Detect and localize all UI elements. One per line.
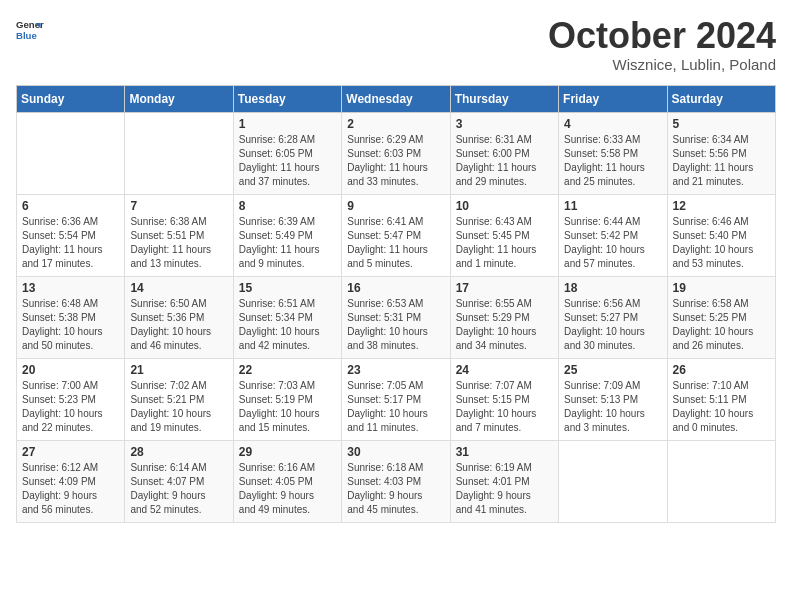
- svg-text:Blue: Blue: [16, 30, 37, 41]
- day-number: 3: [456, 117, 553, 131]
- calendar-day-cell: 4Sunrise: 6:33 AM Sunset: 5:58 PM Daylig…: [559, 112, 667, 194]
- day-detail: Sunrise: 7:02 AM Sunset: 5:21 PM Dayligh…: [130, 379, 227, 435]
- calendar-day-cell: 29Sunrise: 6:16 AM Sunset: 4:05 PM Dayli…: [233, 440, 341, 522]
- day-detail: Sunrise: 6:19 AM Sunset: 4:01 PM Dayligh…: [456, 461, 553, 517]
- day-detail: Sunrise: 6:46 AM Sunset: 5:40 PM Dayligh…: [673, 215, 770, 271]
- calendar-day-header: Friday: [559, 85, 667, 112]
- calendar-table: SundayMondayTuesdayWednesdayThursdayFrid…: [16, 85, 776, 523]
- calendar-week-row: 20Sunrise: 7:00 AM Sunset: 5:23 PM Dayli…: [17, 358, 776, 440]
- calendar-day-header: Tuesday: [233, 85, 341, 112]
- day-number: 18: [564, 281, 661, 295]
- calendar-day-header: Saturday: [667, 85, 775, 112]
- day-number: 7: [130, 199, 227, 213]
- logo: General Blue: [16, 16, 44, 44]
- day-detail: Sunrise: 6:33 AM Sunset: 5:58 PM Dayligh…: [564, 133, 661, 189]
- calendar-day-cell: [125, 112, 233, 194]
- calendar-day-cell: [667, 440, 775, 522]
- day-detail: Sunrise: 6:29 AM Sunset: 6:03 PM Dayligh…: [347, 133, 444, 189]
- day-detail: Sunrise: 6:31 AM Sunset: 6:00 PM Dayligh…: [456, 133, 553, 189]
- calendar-day-cell: 16Sunrise: 6:53 AM Sunset: 5:31 PM Dayli…: [342, 276, 450, 358]
- calendar-body: 1Sunrise: 6:28 AM Sunset: 6:05 PM Daylig…: [17, 112, 776, 522]
- calendar-day-cell: 12Sunrise: 6:46 AM Sunset: 5:40 PM Dayli…: [667, 194, 775, 276]
- day-detail: Sunrise: 6:50 AM Sunset: 5:36 PM Dayligh…: [130, 297, 227, 353]
- day-number: 6: [22, 199, 119, 213]
- calendar-day-header: Monday: [125, 85, 233, 112]
- day-number: 2: [347, 117, 444, 131]
- day-detail: Sunrise: 7:09 AM Sunset: 5:13 PM Dayligh…: [564, 379, 661, 435]
- day-detail: Sunrise: 6:41 AM Sunset: 5:47 PM Dayligh…: [347, 215, 444, 271]
- day-number: 28: [130, 445, 227, 459]
- calendar-day-cell: [559, 440, 667, 522]
- day-detail: Sunrise: 6:48 AM Sunset: 5:38 PM Dayligh…: [22, 297, 119, 353]
- calendar-day-cell: 3Sunrise: 6:31 AM Sunset: 6:00 PM Daylig…: [450, 112, 558, 194]
- day-detail: Sunrise: 7:00 AM Sunset: 5:23 PM Dayligh…: [22, 379, 119, 435]
- day-number: 5: [673, 117, 770, 131]
- month-title: October 2024: [548, 16, 776, 56]
- calendar-day-cell: 1Sunrise: 6:28 AM Sunset: 6:05 PM Daylig…: [233, 112, 341, 194]
- day-number: 27: [22, 445, 119, 459]
- day-detail: Sunrise: 6:39 AM Sunset: 5:49 PM Dayligh…: [239, 215, 336, 271]
- day-detail: Sunrise: 6:18 AM Sunset: 4:03 PM Dayligh…: [347, 461, 444, 517]
- calendar-day-cell: 7Sunrise: 6:38 AM Sunset: 5:51 PM Daylig…: [125, 194, 233, 276]
- day-number: 13: [22, 281, 119, 295]
- calendar-day-cell: 28Sunrise: 6:14 AM Sunset: 4:07 PM Dayli…: [125, 440, 233, 522]
- day-number: 12: [673, 199, 770, 213]
- day-detail: Sunrise: 6:56 AM Sunset: 5:27 PM Dayligh…: [564, 297, 661, 353]
- calendar-week-row: 27Sunrise: 6:12 AM Sunset: 4:09 PM Dayli…: [17, 440, 776, 522]
- day-number: 23: [347, 363, 444, 377]
- title-block: October 2024 Wisznice, Lublin, Poland: [548, 16, 776, 73]
- day-number: 9: [347, 199, 444, 213]
- calendar-day-cell: 25Sunrise: 7:09 AM Sunset: 5:13 PM Dayli…: [559, 358, 667, 440]
- day-number: 1: [239, 117, 336, 131]
- calendar-day-cell: 19Sunrise: 6:58 AM Sunset: 5:25 PM Dayli…: [667, 276, 775, 358]
- day-detail: Sunrise: 7:10 AM Sunset: 5:11 PM Dayligh…: [673, 379, 770, 435]
- day-detail: Sunrise: 6:34 AM Sunset: 5:56 PM Dayligh…: [673, 133, 770, 189]
- day-detail: Sunrise: 6:55 AM Sunset: 5:29 PM Dayligh…: [456, 297, 553, 353]
- day-detail: Sunrise: 6:14 AM Sunset: 4:07 PM Dayligh…: [130, 461, 227, 517]
- calendar-day-cell: 8Sunrise: 6:39 AM Sunset: 5:49 PM Daylig…: [233, 194, 341, 276]
- calendar-day-cell: 22Sunrise: 7:03 AM Sunset: 5:19 PM Dayli…: [233, 358, 341, 440]
- day-detail: Sunrise: 6:12 AM Sunset: 4:09 PM Dayligh…: [22, 461, 119, 517]
- day-number: 16: [347, 281, 444, 295]
- day-number: 29: [239, 445, 336, 459]
- calendar-day-cell: 30Sunrise: 6:18 AM Sunset: 4:03 PM Dayli…: [342, 440, 450, 522]
- calendar-week-row: 1Sunrise: 6:28 AM Sunset: 6:05 PM Daylig…: [17, 112, 776, 194]
- day-number: 31: [456, 445, 553, 459]
- day-number: 4: [564, 117, 661, 131]
- calendar-day-cell: [17, 112, 125, 194]
- calendar-day-cell: 11Sunrise: 6:44 AM Sunset: 5:42 PM Dayli…: [559, 194, 667, 276]
- day-number: 15: [239, 281, 336, 295]
- day-number: 10: [456, 199, 553, 213]
- day-detail: Sunrise: 6:51 AM Sunset: 5:34 PM Dayligh…: [239, 297, 336, 353]
- calendar-day-cell: 6Sunrise: 6:36 AM Sunset: 5:54 PM Daylig…: [17, 194, 125, 276]
- day-detail: Sunrise: 6:16 AM Sunset: 4:05 PM Dayligh…: [239, 461, 336, 517]
- day-detail: Sunrise: 6:53 AM Sunset: 5:31 PM Dayligh…: [347, 297, 444, 353]
- calendar-day-cell: 20Sunrise: 7:00 AM Sunset: 5:23 PM Dayli…: [17, 358, 125, 440]
- day-detail: Sunrise: 7:07 AM Sunset: 5:15 PM Dayligh…: [456, 379, 553, 435]
- day-number: 8: [239, 199, 336, 213]
- day-number: 24: [456, 363, 553, 377]
- calendar-day-cell: 2Sunrise: 6:29 AM Sunset: 6:03 PM Daylig…: [342, 112, 450, 194]
- day-number: 26: [673, 363, 770, 377]
- calendar-day-cell: 5Sunrise: 6:34 AM Sunset: 5:56 PM Daylig…: [667, 112, 775, 194]
- calendar-week-row: 13Sunrise: 6:48 AM Sunset: 5:38 PM Dayli…: [17, 276, 776, 358]
- calendar-day-cell: 17Sunrise: 6:55 AM Sunset: 5:29 PM Dayli…: [450, 276, 558, 358]
- page-header: General Blue October 2024 Wisznice, Lubl…: [16, 16, 776, 73]
- calendar-day-cell: 10Sunrise: 6:43 AM Sunset: 5:45 PM Dayli…: [450, 194, 558, 276]
- calendar-day-header: Thursday: [450, 85, 558, 112]
- day-detail: Sunrise: 6:38 AM Sunset: 5:51 PM Dayligh…: [130, 215, 227, 271]
- calendar-day-cell: 27Sunrise: 6:12 AM Sunset: 4:09 PM Dayli…: [17, 440, 125, 522]
- day-number: 20: [22, 363, 119, 377]
- day-detail: Sunrise: 6:36 AM Sunset: 5:54 PM Dayligh…: [22, 215, 119, 271]
- day-number: 11: [564, 199, 661, 213]
- day-detail: Sunrise: 6:44 AM Sunset: 5:42 PM Dayligh…: [564, 215, 661, 271]
- day-detail: Sunrise: 6:28 AM Sunset: 6:05 PM Dayligh…: [239, 133, 336, 189]
- calendar-day-cell: 24Sunrise: 7:07 AM Sunset: 5:15 PM Dayli…: [450, 358, 558, 440]
- day-detail: Sunrise: 7:03 AM Sunset: 5:19 PM Dayligh…: [239, 379, 336, 435]
- day-number: 30: [347, 445, 444, 459]
- calendar-week-row: 6Sunrise: 6:36 AM Sunset: 5:54 PM Daylig…: [17, 194, 776, 276]
- logo-icon: General Blue: [16, 16, 44, 44]
- day-number: 14: [130, 281, 227, 295]
- calendar-day-cell: 9Sunrise: 6:41 AM Sunset: 5:47 PM Daylig…: [342, 194, 450, 276]
- day-detail: Sunrise: 6:58 AM Sunset: 5:25 PM Dayligh…: [673, 297, 770, 353]
